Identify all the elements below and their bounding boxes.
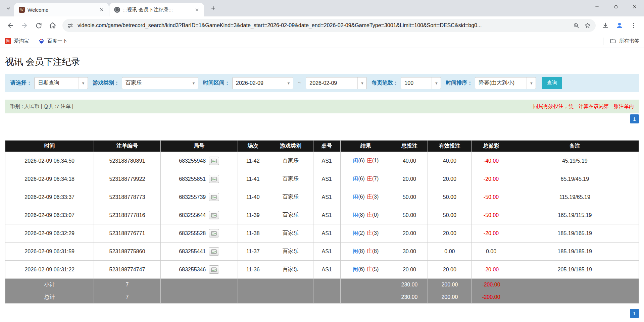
cell-bet-id: 523188780891 — [94, 152, 160, 170]
round-image-button[interactable] — [209, 157, 219, 165]
per-page-select[interactable]: 100 ▼ — [401, 77, 441, 89]
cell-total-bet[interactable]: 40.00 — [391, 152, 428, 170]
cell-note: 115.19/65.19 — [511, 188, 639, 206]
tab-strip: W Welcome :::视讯 会员下注纪录::: — [0, 0, 644, 16]
result-player: 闲(6) — [353, 157, 365, 164]
cell-payout: -20.00 — [472, 170, 511, 188]
date-end-select[interactable]: 2026-02-09 ▼ — [306, 77, 367, 89]
result-banker: 庄(7) — [367, 175, 379, 182]
round-image-button[interactable] — [209, 175, 219, 183]
tab-betrecord[interactable]: :::视讯 会员下注纪录::: — [109, 3, 204, 16]
bookmark-star-icon[interactable] — [584, 22, 591, 29]
forward-button[interactable] — [17, 18, 32, 33]
cell-round: 683255739 — [179, 194, 206, 200]
date-start-value: 2026-02-09 — [233, 80, 284, 86]
cell-round-group: 683255644 — [160, 206, 238, 224]
cell-valid-bet: 40.00 — [428, 152, 472, 170]
maximize-icon — [614, 5, 618, 9]
page-button-1[interactable]: 1 — [630, 309, 639, 318]
cell-round: 683255441 — [179, 249, 206, 254]
date-end-value: 2026-02-09 — [306, 80, 357, 86]
profile-button[interactable] — [612, 18, 627, 33]
result-banker: 庄(5) — [367, 266, 379, 273]
date-range-label: 时间区间： — [203, 79, 230, 87]
tab-welcome[interactable]: W Welcome — [14, 3, 109, 16]
all-bookmarks-button[interactable]: 所有书签 — [603, 38, 639, 45]
menu-button[interactable] — [627, 18, 641, 33]
round-image-button[interactable] — [209, 265, 219, 274]
cell-session: 11-41 — [238, 170, 268, 188]
tab-close-icon[interactable] — [98, 6, 105, 13]
sort-select[interactable]: 降幂(由大到小) ▼ — [475, 77, 536, 89]
all-bookmarks-label: 所有书签 — [619, 38, 639, 44]
game-kind-select[interactable]: 百家乐 ▼ — [122, 77, 198, 89]
bookmark-aitaobao[interactable]: 淘 爱淘宝 — [5, 38, 29, 44]
address-bar[interactable]: videoie.com/game/betrecord_search/kind3?… — [62, 19, 596, 32]
total-valid-bet: 200.00 — [428, 291, 472, 304]
cell-total-bet[interactable]: 20.00 — [391, 170, 428, 188]
site-info-icon[interactable] — [67, 22, 73, 29]
url-text: videoie.com/game/betrecord_search/kind3?… — [78, 22, 569, 29]
cell-valid-bet: 0.00 — [428, 243, 472, 261]
table-row: 2026-02-09 06:33:07 523188777816 6832556… — [5, 206, 639, 224]
cell-round: 683255948 — [179, 158, 206, 164]
cell-valid-bet: 20.00 — [428, 170, 472, 188]
taobao-icon: 淘 — [5, 38, 11, 44]
cell-note: 185.19/165.19 — [511, 224, 639, 243]
tab-close-icon[interactable] — [193, 6, 201, 13]
reload-button[interactable] — [32, 18, 46, 33]
cell-session: 11-40 — [238, 188, 268, 206]
round-image-button[interactable] — [209, 247, 219, 256]
search-button[interactable]: 查询 — [542, 77, 562, 89]
new-tab-button[interactable] — [207, 3, 219, 14]
subtotal-total-bet: 230.00 — [391, 279, 428, 291]
cell-game: 百家乐 — [268, 243, 313, 261]
cell-session: 11-37 — [238, 243, 268, 261]
table-row: 2026-02-09 06:31:59 523188775860 6832554… — [5, 243, 639, 261]
date-start-select[interactable]: 2026-02-09 ▼ — [232, 77, 293, 89]
result-banker: 庄(8) — [367, 248, 379, 255]
cell-time: 2026-02-09 06:34:18 — [5, 170, 94, 188]
round-image-button[interactable] — [209, 229, 219, 237]
cell-total-bet[interactable]: 20.00 — [391, 224, 428, 243]
tab-search-button[interactable] — [3, 3, 14, 14]
result-player: 闲(6) — [353, 194, 365, 201]
cell-total-bet[interactable]: 30.00 — [391, 243, 428, 261]
round-image-button[interactable] — [209, 193, 219, 201]
table-row: 2026-02-09 06:34:18 523188779922 6832558… — [5, 170, 639, 188]
dropdown-caret-icon: ▼ — [79, 77, 88, 89]
result-player: 闲(8) — [353, 248, 365, 255]
dropdown-caret-icon: ▼ — [527, 77, 536, 89]
subtotal-count: 7 — [94, 279, 160, 291]
cell-total-bet[interactable]: 20.00 — [391, 261, 428, 279]
home-button[interactable] — [46, 18, 60, 33]
query-type-select[interactable]: 日期查询 ▼ — [34, 77, 88, 89]
col-header-bet-id: 注单编号 — [94, 141, 160, 152]
cell-session: 11-38 — [238, 224, 268, 243]
round-image-button[interactable] — [209, 211, 219, 219]
result-player: 闲(8) — [353, 212, 365, 219]
cell-total-bet[interactable]: 50.00 — [391, 206, 428, 224]
zoom-icon[interactable] — [573, 22, 580, 29]
cell-session: 11-39 — [238, 206, 268, 224]
cell-bet-id: 523188776771 — [94, 224, 160, 243]
game-kind-label: 游戏类别： — [93, 79, 119, 87]
cell-total-bet[interactable]: 50.00 — [391, 188, 428, 206]
result-banker: 庄(0) — [367, 212, 379, 219]
forward-arrow-icon — [21, 22, 28, 29]
cell-time: 2026-02-09 06:34:50 — [5, 152, 94, 170]
downloads-button[interactable] — [598, 18, 612, 33]
summary-notice: 同局有效投注，统一计算在该局第一张注单内 — [533, 103, 634, 110]
close-window-button[interactable] — [625, 0, 644, 13]
cell-note: 165.19/115.19 — [511, 206, 639, 224]
cell-result: 闲(2)庄(3) — [340, 224, 391, 243]
bookmarks-bar: 淘 爱淘宝 百度一下 所有书签 — [0, 35, 644, 48]
back-button[interactable] — [3, 18, 17, 33]
cell-game: 百家乐 — [268, 170, 313, 188]
bookmark-baidu[interactable]: 百度一下 — [38, 38, 67, 44]
maximize-button[interactable] — [606, 0, 625, 13]
minimize-icon — [595, 4, 599, 9]
cell-game: 百家乐 — [268, 188, 313, 206]
page-button-1[interactable]: 1 — [630, 114, 639, 123]
minimize-button[interactable] — [588, 0, 606, 13]
